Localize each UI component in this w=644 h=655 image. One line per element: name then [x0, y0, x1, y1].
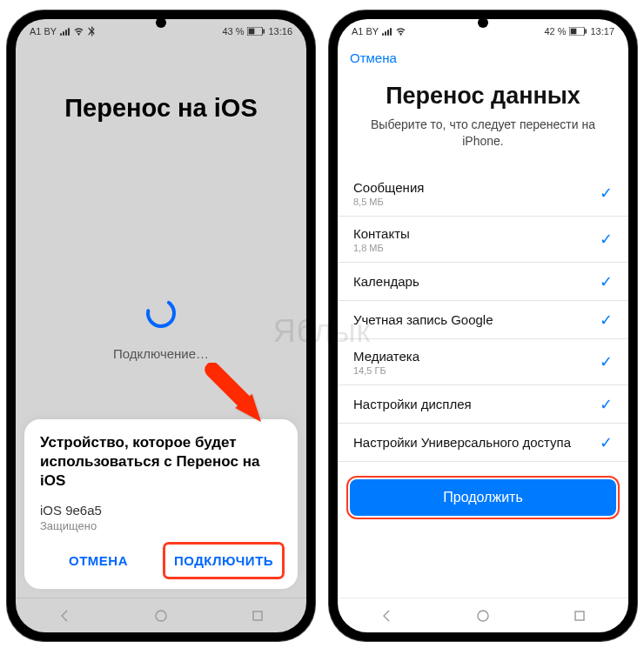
nav-home-icon[interactable] — [476, 609, 490, 623]
item-size: 1,8 МБ — [353, 243, 410, 253]
item-label: Настройки дисплея — [353, 397, 472, 411]
item-size: 14,5 ГБ — [353, 365, 419, 376]
cancel-button[interactable]: ОТМЕНА — [40, 545, 157, 577]
item-label: Календарь — [353, 274, 419, 289]
signal-icon — [382, 28, 392, 36]
nav-recent-icon[interactable] — [251, 609, 265, 623]
connecting-label: Подключение… — [16, 346, 306, 361]
carrier-label: A1 BY — [352, 26, 379, 37]
signal-icon — [60, 28, 70, 36]
screen-left: A1 BY 43 % 13:16 Перенос на iOS Подключе… — [16, 19, 306, 632]
nav-back-icon[interactable] — [379, 609, 393, 623]
list-item[interactable]: Настройки Универсального доступа✓ — [338, 424, 628, 462]
nav-recent-icon[interactable] — [573, 609, 587, 623]
screen-right: A1 BY 42 % 13:17 Отмена Перенос данных В… — [338, 19, 628, 632]
wifi-icon — [73, 27, 84, 36]
battery-icon — [247, 27, 265, 36]
svg-rect-8 — [586, 30, 587, 34]
bluetooth-icon — [88, 26, 95, 37]
svg-point-9 — [478, 611, 488, 621]
svg-rect-10 — [575, 612, 584, 620]
svg-rect-5 — [253, 612, 262, 620]
nav-bar — [16, 598, 306, 632]
nav-back-icon[interactable] — [57, 609, 71, 623]
list-item[interactable]: Сообщения8,5 МБ✓ — [338, 170, 628, 217]
item-label: Настройки Универсального доступа — [353, 435, 571, 450]
svg-point-4 — [156, 611, 166, 621]
list-item[interactable]: Контакты1,8 МБ✓ — [338, 217, 628, 263]
nav-home-icon[interactable] — [154, 609, 168, 623]
carrier-label: A1 BY — [30, 26, 57, 37]
list-item[interactable]: Календарь✓ — [338, 263, 628, 301]
check-icon: ✓ — [600, 272, 613, 291]
transfer-list: Сообщения8,5 МБ✓Контакты1,8 МБ✓Календарь… — [338, 170, 628, 462]
battery-icon — [569, 27, 587, 36]
device-name: iOS 9e6a5 — [40, 503, 282, 518]
item-label: Учетная запись Google — [353, 312, 493, 327]
check-icon: ✓ — [600, 184, 613, 203]
list-item[interactable]: Настройки дисплея✓ — [338, 385, 628, 424]
page-title: Перенос на iOS — [16, 94, 306, 123]
nav-bar — [338, 598, 628, 632]
page-subtitle: Выберите то, что следует перенести на iP… — [364, 117, 602, 150]
svg-rect-7 — [571, 29, 577, 35]
svg-point-3 — [144, 296, 178, 331]
spinner-icon — [144, 296, 178, 331]
sheet-title: Устройство, которое будет использоваться… — [40, 433, 282, 491]
camera-notch — [478, 17, 488, 28]
wifi-icon — [395, 27, 406, 36]
check-icon: ✓ — [600, 230, 613, 249]
annotation-arrow — [202, 363, 272, 432]
battery-pct: 43 % — [222, 26, 244, 37]
check-icon: ✓ — [600, 311, 613, 330]
check-icon: ✓ — [600, 395, 613, 414]
continue-button[interactable]: Продолжить — [350, 479, 616, 516]
connect-sheet: Устройство, которое будет использоваться… — [24, 419, 298, 589]
device-secure-label: Защищено — [40, 519, 282, 532]
list-item[interactable]: Медиатека14,5 ГБ✓ — [338, 339, 628, 385]
svg-rect-2 — [264, 30, 265, 34]
item-label: Контакты — [353, 226, 410, 241]
check-icon: ✓ — [600, 352, 613, 371]
clock: 13:16 — [268, 26, 292, 37]
svg-rect-1 — [249, 29, 255, 35]
phone-right: A1 BY 42 % 13:17 Отмена Перенос данных В… — [329, 10, 637, 641]
battery-pct: 42 % — [544, 26, 566, 37]
cancel-link[interactable]: Отмена — [350, 50, 397, 65]
check-icon: ✓ — [600, 433, 613, 452]
item-label: Медиатека — [353, 349, 419, 364]
list-item[interactable]: Учетная запись Google✓ — [338, 301, 628, 339]
phone-left: A1 BY 43 % 13:16 Перенос на iOS Подключе… — [7, 10, 315, 641]
camera-notch — [156, 17, 166, 28]
item-label: Сообщения — [353, 180, 424, 195]
page-title: Перенос данных — [338, 83, 628, 110]
connect-button[interactable]: ПОДКЛЮЧИТЬ — [165, 545, 282, 577]
clock: 13:17 — [590, 26, 614, 37]
item-size: 8,5 МБ — [353, 197, 424, 207]
